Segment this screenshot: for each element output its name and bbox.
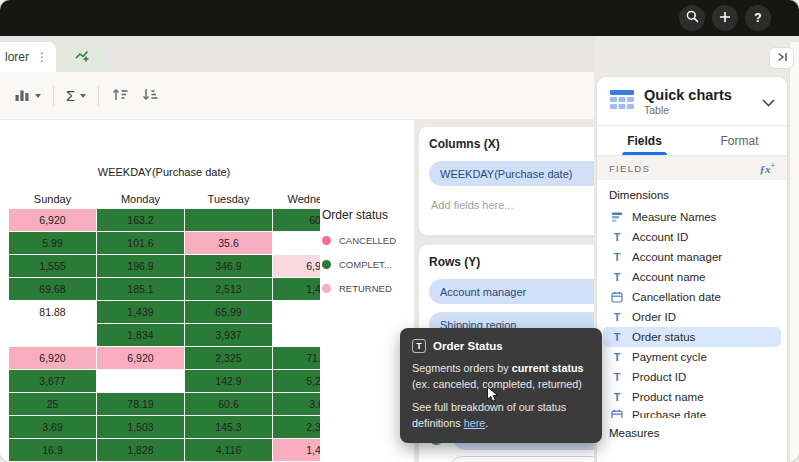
viz-cell[interactable]: 60.6 — [185, 392, 273, 415]
viz-cell[interactable]: 69.68 — [9, 277, 97, 300]
top-bar: ? — [0, 0, 799, 36]
viz-cell[interactable]: 6,92 — [273, 254, 321, 277]
panel-header[interactable]: Quick charts Table — [597, 77, 787, 125]
field-item-order-status[interactable]: TOrder status — [603, 327, 781, 347]
fields-section-label: FIELDS — [609, 163, 650, 174]
viz-cell[interactable]: 16.9 — [9, 438, 97, 461]
aggregate-button[interactable]: Σ — [66, 87, 86, 104]
toolbar-divider — [98, 86, 99, 106]
chart-type-button[interactable] — [14, 87, 41, 105]
field-item-purchase-date[interactable]: Purchase date — [603, 407, 781, 418]
viz-cell[interactable]: 81.88 — [9, 300, 97, 323]
search-button[interactable] — [679, 5, 705, 31]
field-item-product-name[interactable]: TProduct name — [603, 387, 781, 407]
viz-cell[interactable]: 1,44 — [273, 277, 321, 300]
viz-cell[interactable] — [273, 231, 321, 254]
chevron-down-icon[interactable] — [762, 93, 775, 111]
tab-format[interactable]: Format — [692, 126, 787, 155]
viz-cell[interactable]: 78.19 — [97, 392, 185, 415]
tab-fields[interactable]: Fields — [597, 126, 692, 155]
viz-cell[interactable]: 6,920 — [97, 346, 185, 369]
field-item-product-id[interactable]: TProduct ID — [603, 367, 781, 387]
pill-label: Account manager — [440, 286, 526, 298]
field-item-measure-names[interactable]: Measure Names — [603, 207, 781, 227]
viz-cell[interactable]: 2,325 — [185, 346, 273, 369]
field-item-account-name[interactable]: TAccount name — [603, 267, 781, 287]
field-label: Account manager — [632, 251, 722, 263]
viz-cell[interactable] — [9, 323, 97, 346]
viz-cell[interactable]: 1,439 — [97, 300, 185, 323]
viz-cell[interactable]: 6,920 — [9, 346, 97, 369]
right-rail[interactable] — [789, 42, 799, 462]
field-item-account-manager[interactable]: TAccount manager — [603, 247, 781, 267]
viz-cell[interactable]: 346.9 — [185, 254, 273, 277]
viz-cell[interactable]: 2,31 — [273, 415, 321, 438]
sort-ascending-button[interactable] — [111, 87, 129, 105]
viz-table: SundayMondayTuesdayWednesday 6,920163.26… — [8, 190, 320, 462]
legend-item[interactable]: RETURNED — [322, 283, 396, 294]
viz-cell[interactable] — [185, 208, 273, 231]
fx-icon: ƒx — [759, 163, 770, 175]
viz-cell[interactable]: 65.99 — [185, 300, 273, 323]
field-item-payment-cycle[interactable]: TPayment cycle — [603, 347, 781, 367]
text-field-icon: T — [610, 271, 624, 283]
panel-toggle-button[interactable] — [769, 47, 794, 69]
legend-swatch-icon — [322, 284, 331, 293]
add-fields-dropzone[interactable]: Add fields here... — [429, 194, 594, 225]
viz-cell[interactable]: 1,555 — [9, 254, 97, 277]
viz-cell[interactable]: 3,677 — [9, 369, 97, 392]
viz-cell[interactable]: 4,116 — [185, 438, 273, 461]
text-field-icon: T — [610, 371, 624, 383]
plus-icon — [719, 11, 731, 26]
viz-cell[interactable]: 1,834 — [97, 323, 185, 346]
tooltip-text: . — [485, 417, 488, 429]
legend-item[interactable]: CANCELLED — [322, 235, 396, 246]
viz-cell[interactable]: 101.6 — [97, 231, 185, 254]
viz-cell[interactable]: 145.3 — [185, 415, 273, 438]
sort-descending-button[interactable] — [141, 87, 159, 105]
viz-cell[interactable] — [97, 369, 185, 392]
viz-table-wrap: SundayMondayTuesdayWednesday 6,920163.26… — [8, 190, 320, 462]
field-item-order-id[interactable]: TOrder ID — [603, 307, 781, 327]
viz-cell[interactable]: 3,937 — [185, 323, 273, 346]
viz-cell[interactable]: 3.6 — [273, 392, 321, 415]
viz-cell[interactable]: 1,43 — [273, 438, 321, 461]
viz-cell[interactable]: 5,21 — [273, 369, 321, 392]
viz-cell[interactable] — [273, 300, 321, 323]
help-button[interactable]: ? — [745, 5, 771, 31]
viz-cell[interactable]: 3.69 — [9, 415, 97, 438]
viz-cell[interactable]: 163.2 — [97, 208, 185, 231]
pill-account-manager[interactable]: Account manager — [429, 279, 594, 304]
viz-cell[interactable]: 6,920 — [9, 208, 97, 231]
viz-cell[interactable]: 185.1 — [97, 277, 185, 300]
here-link[interactable]: here — [464, 417, 486, 429]
viz-cell[interactable]: 60. — [273, 208, 321, 231]
tab-explorer[interactable]: lorer — [0, 42, 56, 72]
add-button[interactable] — [712, 5, 738, 31]
field-item-account-id[interactable]: TAccount ID — [603, 227, 781, 247]
viz-cell[interactable]: 142.9 — [185, 369, 273, 392]
viz-canvas: WEEKDAY(Purchase date) SundayMondayTuesd… — [0, 120, 414, 462]
tab-menu-icon[interactable] — [36, 50, 48, 64]
pill-weekday-purchase-date[interactable]: WEEKDAY(Purchase date) — [429, 161, 594, 186]
viz-cell[interactable]: 25 — [9, 392, 97, 415]
dimensions-label: Dimensions — [597, 180, 787, 207]
field-item-cancellation-date[interactable]: Cancellation date — [603, 287, 781, 307]
viz-cell[interactable]: 2,513 — [185, 277, 273, 300]
fields-section-bar: FIELDS ƒx+ — [597, 156, 787, 180]
viz-cell[interactable]: 196.9 — [97, 254, 185, 277]
tab-new-chart[interactable] — [60, 42, 104, 72]
viz-cell[interactable]: 1,503 — [97, 415, 185, 438]
viz-cell[interactable]: 1,828 — [97, 438, 185, 461]
size-field-input[interactable] — [450, 456, 594, 462]
size-encoding-row — [429, 456, 594, 462]
viz-column-header: Wednesday — [273, 190, 321, 208]
viz-row: 2578.1960.63.6 — [9, 392, 321, 415]
viz-cell[interactable]: 35.6 — [185, 231, 273, 254]
viz-cell[interactable]: 71.9 — [273, 346, 321, 369]
field-label: Product name — [632, 391, 704, 403]
viz-cell[interactable]: 5.99 — [9, 231, 97, 254]
viz-cell[interactable] — [273, 323, 321, 346]
add-calculated-field-button[interactable]: ƒx+ — [759, 161, 775, 175]
legend-item[interactable]: COMPLET... — [322, 259, 396, 270]
